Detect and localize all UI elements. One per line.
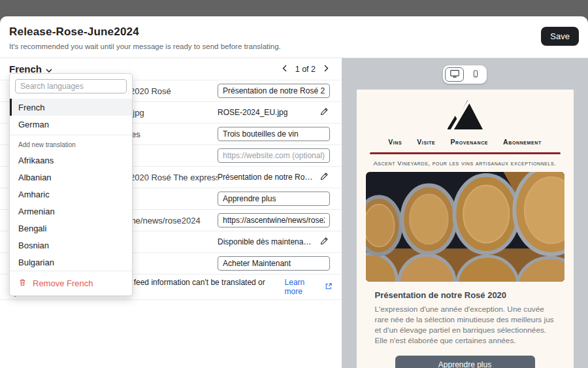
nav-link-visite[interactable]: Visite (417, 138, 435, 146)
language-option-french[interactable]: French (10, 99, 132, 116)
remove-french-label: Remove French (33, 278, 93, 288)
email-tagline: Ascent Vineyards, pour les vins artisana… (357, 159, 574, 167)
preview-pane: Vins Visite Provenance Abonnement Ascent… (342, 58, 588, 368)
pencil-icon (319, 237, 329, 248)
remove-french-button[interactable]: Remove French (10, 271, 132, 295)
device-toggle (443, 65, 487, 84)
translation-input[interactable] (218, 213, 330, 227)
learn-more-link[interactable]: Learn more (285, 278, 333, 296)
add-translation-section-label: Add new translation (10, 137, 132, 152)
language-option-bosnian[interactable]: Bosnian (10, 237, 132, 254)
translation-value: Présentation de notre Rosé 2020 L'... (218, 173, 314, 182)
mountain-logo-icon (448, 100, 483, 132)
trash-icon (18, 278, 27, 289)
pagination-next-button[interactable] (323, 63, 330, 75)
desktop-view-button[interactable] (445, 67, 464, 82)
language-option-armenian[interactable]: Armenian (10, 203, 132, 220)
edit-translation-button[interactable] (318, 235, 330, 249)
translation-input[interactable] (218, 256, 330, 271)
pencil-icon (319, 172, 329, 183)
page-title: Release-Rose-June2024 (9, 25, 281, 39)
window-chrome-bar (0, 0, 588, 16)
language-dropdown-menu: French German Add new translation Afrika… (9, 73, 133, 296)
chevron-left-icon (282, 64, 287, 74)
translation-value: Disponible dès maintenant... (218, 237, 314, 246)
email-nav: Vins Visite Provenance Abonnement (357, 138, 574, 146)
translation-input[interactable] (218, 192, 330, 206)
language-option-amharic[interactable]: Amharic (10, 186, 132, 203)
language-option-bulgarian[interactable]: Bulgarian (10, 254, 132, 271)
email-article-heading: Présentation de notre Rosé 2020 (375, 290, 555, 300)
language-search-input[interactable] (15, 79, 127, 93)
chevron-right-icon (324, 64, 329, 74)
learn-more-label: Learn more (285, 278, 322, 296)
wine-barrels-image (366, 172, 564, 282)
learn-more-cta-button[interactable]: Apprendre plus (395, 356, 535, 368)
pagination-prev-button[interactable] (281, 63, 288, 75)
language-option-german[interactable]: German (10, 116, 132, 133)
pencil-icon (319, 107, 329, 118)
pagination: 1 of 2 (281, 63, 330, 75)
translation-value: ROSE-2024_EU.jpg (218, 108, 287, 117)
edit-translation-button[interactable] (318, 106, 330, 120)
modal-header: Release-Rose-June2024 It's recommended y… (0, 16, 588, 58)
translation-modal: Release-Rose-June2024 It's recommended y… (0, 16, 588, 368)
language-option-afrikaans[interactable]: Afrikaans (10, 152, 132, 169)
save-button[interactable]: Save (541, 27, 579, 46)
edit-translation-button[interactable] (318, 171, 330, 184)
phone-icon (472, 69, 480, 80)
translation-editor-pane: French 1 of 2 r 2020 Rosé S.jpg ROSE-202… (0, 58, 342, 368)
page-subtitle: It's recommended you wait until your mes… (9, 42, 281, 50)
translation-input[interactable] (218, 84, 330, 98)
external-link-icon (325, 282, 333, 292)
language-option-bengali[interactable]: Bengali (10, 220, 132, 237)
translation-input[interactable] (218, 127, 330, 141)
email-article-body: L'expression d'une année d'exception. Un… (375, 304, 555, 346)
mobile-view-button[interactable] (466, 67, 485, 82)
nav-link-abonnement[interactable]: Abonnement (503, 138, 542, 146)
nav-link-vins[interactable]: Vins (388, 138, 402, 146)
pagination-label: 1 of 2 (295, 65, 316, 74)
email-preview: Vins Visite Provenance Abonnement Ascent… (357, 90, 574, 368)
monitor-icon (449, 69, 460, 80)
nav-link-provenance[interactable]: Provenance (450, 138, 488, 146)
translation-url-input[interactable] (218, 148, 330, 163)
email-divider-rule (370, 152, 561, 154)
language-option-albanian[interactable]: Albanian (10, 169, 132, 186)
dropdown-divider (10, 135, 132, 135)
